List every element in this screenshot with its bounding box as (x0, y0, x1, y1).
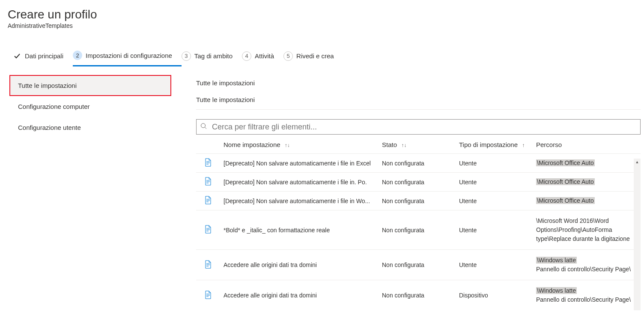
sidebar-item-1[interactable]: Configurazione computer (9, 96, 171, 117)
table-row[interactable]: Accedere alle origini dati tra dominiNon… (196, 250, 641, 280)
wizard-steps: Dati principali2Impostazioni di configur… (0, 29, 644, 66)
setting-path-cell: \Microsoft Office Auto (533, 154, 641, 173)
col-header-type-label: Tipo di impostazione (459, 141, 518, 148)
setting-name-cell: Accedere alle origini dati tra domini (220, 250, 379, 280)
setting-name-cell: [Deprecato] Non salvare automaticamente … (220, 192, 379, 210)
setting-name-cell: [Deprecato] Non salvare automaticamente … (220, 154, 379, 173)
step-number-icon: 2 (73, 51, 82, 60)
svg-point-0 (201, 123, 206, 128)
setting-state-cell: Non configurata (379, 192, 456, 210)
step-label: Attività (255, 52, 274, 60)
table-row[interactable]: [Deprecato] Non salvare automaticamente … (196, 192, 641, 210)
setting-path-cell: \Microsoft Word 2016\Word Options\Proofi… (533, 210, 641, 250)
table-row[interactable]: [Deprecato] Non salvare automaticamente … (196, 173, 641, 192)
document-icon (205, 291, 212, 299)
check-icon (13, 52, 21, 60)
main-heading: Tutte le impostazioni (196, 75, 641, 93)
setting-path-cell: \Microsoft Office Auto (533, 192, 641, 210)
sort-icon: ↑↓ (401, 142, 406, 148)
search-icon (200, 123, 207, 131)
svg-line-1 (205, 127, 207, 129)
document-icon (205, 158, 212, 167)
col-header-name[interactable]: Nome impostazione ↑↓ (220, 135, 379, 154)
sidebar-item-2[interactable]: Configurazione utente (9, 117, 171, 138)
main-breadcrumb: Tutte le impostazioni (196, 93, 641, 110)
wizard-step-4[interactable]: 5Rivedi e crea (283, 51, 343, 66)
document-icon (205, 196, 212, 204)
document-icon (205, 225, 212, 234)
step-label: Dati principali (25, 52, 63, 60)
col-header-name-label: Nome impostazione (224, 141, 280, 148)
sort-icon: ↑↓ (285, 142, 290, 148)
setting-type-cell: Utente (456, 250, 533, 280)
step-label: Impostazioni di configurazione (86, 52, 172, 59)
wizard-step-0[interactable]: Dati principali (13, 52, 73, 66)
wizard-step-1[interactable]: 2Impostazioni di configurazione (73, 51, 182, 66)
setting-name-cell: Accedere alle origini dati tra domini (220, 280, 379, 311)
setting-type-cell: Utente (456, 210, 533, 250)
step-number-icon: 3 (182, 51, 191, 61)
col-header-state-label: Stato (382, 141, 397, 148)
setting-state-cell: Non configurata (379, 250, 456, 280)
col-header-state[interactable]: Stato ↑↓ (379, 135, 456, 154)
setting-path-cell: \Windows lattePannello di controllo\Secu… (533, 280, 641, 311)
table-row[interactable]: Accedere alle origini dati tra dominiNon… (196, 280, 641, 311)
page-title: Creare un profilo (8, 8, 644, 21)
wizard-step-2[interactable]: 3Tag di ambito (182, 51, 242, 66)
step-number-icon: 4 (242, 51, 251, 61)
search-input[interactable] (196, 119, 641, 135)
table-row[interactable]: *Bold* e _italic_ con formattazione real… (196, 210, 641, 250)
step-number-icon: 5 (283, 51, 293, 61)
page-subtitle: AdministrativeTemplates (8, 22, 644, 29)
settings-tree: Tutte le impostazioniConfigurazione comp… (9, 75, 171, 310)
setting-state-cell: Non configurata (379, 173, 456, 192)
setting-path-cell: \Microsoft Office Auto (533, 173, 641, 192)
setting-name-cell: *Bold* e _italic_ con formattazione real… (220, 210, 379, 250)
wizard-step-3[interactable]: 4Attività (242, 51, 283, 66)
vertical-scrollbar[interactable]: ▲ (634, 159, 641, 310)
col-header-path[interactable]: Percorso (533, 135, 641, 154)
setting-type-cell: Dispositivo (456, 280, 533, 311)
col-header-type[interactable]: Tipo di impostazione ↑ (456, 135, 533, 154)
setting-state-cell: Non configurata (379, 210, 456, 250)
scroll-up-arrow[interactable]: ▲ (634, 159, 641, 165)
setting-name-cell: [Deprecato] Non salvare automaticamente … (220, 173, 379, 192)
step-label: Rivedi e crea (296, 52, 334, 60)
setting-state-cell: Non configurata (379, 154, 456, 173)
step-label: Tag di ambito (194, 52, 233, 60)
setting-type-cell: Utente (456, 173, 533, 192)
sort-icon: ↑ (522, 142, 525, 148)
document-icon (205, 177, 212, 186)
setting-type-cell: Utente (456, 192, 533, 210)
sidebar-item-0[interactable]: Tutte le impostazioni (9, 75, 171, 96)
setting-path-cell: \Windows lattePannello di controllo\Secu… (533, 250, 641, 280)
col-header-path-label: Percorso (536, 141, 562, 148)
settings-table: Nome impostazione ↑↓ Stato ↑↓ Tipo di im… (196, 135, 641, 310)
document-icon (205, 260, 212, 269)
setting-state-cell: Non configurata (379, 280, 456, 311)
table-row[interactable]: [Deprecato] Non salvare automaticamente … (196, 154, 641, 173)
setting-type-cell: Utente (456, 154, 533, 173)
